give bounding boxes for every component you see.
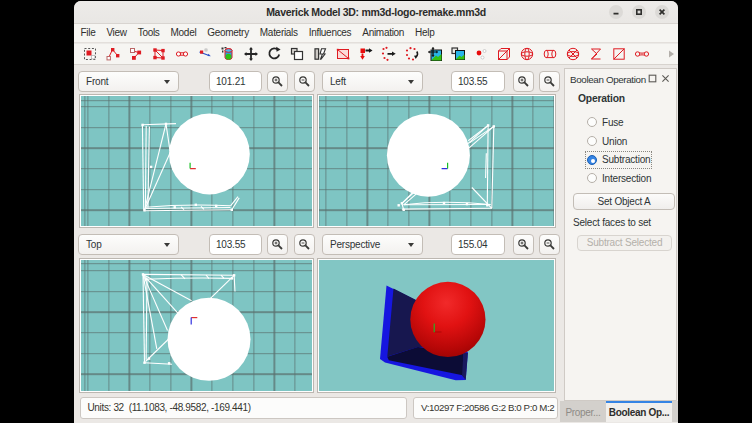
- status-model-stats: V:10297 F:20586 G:2 B:0 P:0 M:2: [413, 397, 558, 419]
- create-cylinder-icon[interactable]: [541, 46, 558, 63]
- window-title: Maverick Model 3D: mm3d-logo-remake.mm3d: [74, 1, 678, 23]
- create-plane-icon[interactable]: [610, 46, 627, 63]
- select-all-icon[interactable]: [81, 46, 98, 63]
- radio-union[interactable]: Union: [587, 134, 627, 148]
- create-cube-icon[interactable]: [495, 46, 512, 63]
- viewport-perspective-direction-select[interactable]: Perspective: [322, 234, 423, 255]
- viewport-front-direction-value: Front: [86, 76, 108, 87]
- viewport-left-canvas[interactable]: [317, 94, 556, 228]
- minimize-icon: [611, 7, 621, 17]
- create-cone-icon[interactable]: [587, 46, 604, 63]
- menubar: File View Tools Model Geometry Materials…: [74, 24, 678, 43]
- combo-arrow-icon: [164, 243, 170, 247]
- menu-animation[interactable]: Animation: [357, 24, 410, 42]
- close-button[interactable]: [655, 5, 669, 19]
- combo-arrow-icon: [408, 80, 414, 84]
- viewport-top-zoom-input[interactable]: [209, 234, 262, 255]
- viewport-front-zoom-out-button[interactable]: [294, 71, 315, 92]
- move-vertex-icon[interactable]: [357, 46, 374, 63]
- panel-close-icon[interactable]: [661, 74, 670, 83]
- viewport-top-direction-value: Top: [86, 239, 102, 250]
- extrude-tool-icon[interactable]: [380, 46, 397, 63]
- set-background-icon[interactable]: [449, 46, 466, 63]
- viewport-front-zoom-input[interactable]: [209, 71, 262, 92]
- weld-vertices-icon[interactable]: [472, 46, 489, 63]
- radio-intersection[interactable]: Intersection: [587, 171, 651, 185]
- combo-arrow-icon: [164, 80, 170, 84]
- viewport-perspective-zoom-input[interactable]: [451, 234, 505, 255]
- viewport-left-direction-value: Left: [330, 76, 346, 87]
- panel-float-icon[interactable]: [648, 74, 657, 83]
- radio-intersection-circle: [587, 173, 597, 183]
- viewport-front-zoom-in-button[interactable]: [267, 71, 288, 92]
- boolean-operation-panel: Boolean Operation Operation Fuse Union S…: [564, 68, 677, 401]
- select-groups-icon[interactable]: [150, 46, 167, 63]
- viewport-perspective-direction-value: Perspective: [330, 239, 380, 250]
- radio-subtraction[interactable]: Subtraction: [587, 153, 650, 167]
- duplicate-tool-icon[interactable]: [288, 46, 305, 63]
- minimize-button[interactable]: [609, 5, 623, 19]
- select-faces-icon[interactable]: [104, 46, 121, 63]
- radio-union-label: Union: [602, 136, 627, 147]
- zoom-in-icon: [517, 75, 530, 88]
- viewport-left-zoom-input[interactable]: [451, 71, 505, 92]
- viewport-top-direction-select[interactable]: Top: [78, 234, 179, 255]
- dock-tabbar: Proper... Boolean Op...: [560, 401, 678, 422]
- maximize-button[interactable]: [632, 5, 646, 19]
- viewport-top-zoom-in-button[interactable]: [267, 234, 288, 255]
- viewport-front-direction-select[interactable]: Front: [78, 71, 179, 92]
- menu-view[interactable]: View: [101, 24, 132, 42]
- select-faces-label: Select faces to set: [573, 217, 651, 228]
- viewport-perspective-zoom-in-button[interactable]: [513, 234, 534, 255]
- app-window: Maverick Model 3D: mm3d-logo-remake.mm3d…: [74, 1, 678, 423]
- close-icon: [657, 7, 667, 17]
- viewport-left-zoom-in-button[interactable]: [513, 71, 534, 92]
- radio-fuse[interactable]: Fuse: [587, 115, 623, 129]
- menu-help[interactable]: Help: [410, 24, 440, 42]
- viewport-left-direction-select[interactable]: Left: [322, 71, 423, 92]
- subtract-selected-button[interactable]: Subtract Selected: [577, 235, 672, 251]
- viewport-perspective-canvas[interactable]: [317, 258, 556, 393]
- toolbar-overflow-chevron-icon[interactable]: [662, 46, 678, 63]
- background-image-plane-icon[interactable]: [334, 46, 351, 63]
- create-bone-joint-icon[interactable]: [633, 46, 650, 63]
- menu-model[interactable]: Model: [165, 24, 202, 42]
- select-bone-joints-icon[interactable]: [173, 46, 190, 63]
- select-connected-icon[interactable]: [127, 46, 144, 63]
- viewport-front-canvas[interactable]: [79, 94, 314, 228]
- rotate-tool-icon[interactable]: [265, 46, 282, 63]
- perspective-gl-scene: [319, 260, 554, 391]
- operation-group-label: Operation: [578, 93, 625, 104]
- move-tool-icon[interactable]: [242, 46, 259, 63]
- zoom-in-icon: [517, 238, 530, 251]
- menu-geometry[interactable]: Geometry: [202, 24, 255, 42]
- move-background-icon[interactable]: [426, 46, 443, 63]
- menu-materials[interactable]: Materials: [254, 24, 303, 42]
- viewport-top-zoom-out-button[interactable]: [294, 234, 315, 255]
- flatten-tool-icon[interactable]: [311, 46, 328, 63]
- radio-subtraction-circle: [587, 155, 597, 165]
- tab-properties[interactable]: Proper...: [560, 401, 606, 422]
- combo-arrow-icon: [408, 243, 414, 247]
- zoom-out-icon: [543, 238, 556, 251]
- menu-tools[interactable]: Tools: [132, 24, 165, 42]
- radio-union-circle: [587, 136, 597, 146]
- toolbar: [74, 44, 678, 65]
- radio-fuse-label: Fuse: [602, 117, 623, 128]
- viewport-top-canvas[interactable]: [79, 258, 314, 393]
- menu-influences[interactable]: Influences: [303, 24, 357, 42]
- paint-texture-icon[interactable]: [219, 46, 236, 63]
- viewport-perspective-zoom-out-button[interactable]: [539, 234, 560, 255]
- select-projections-icon[interactable]: [196, 46, 213, 63]
- panel-titlebar: Boolean Operation: [565, 69, 676, 89]
- lathe-tool-icon[interactable]: [403, 46, 420, 63]
- set-object-a-button[interactable]: Set Object A: [573, 193, 675, 210]
- radio-fuse-circle: [587, 117, 597, 127]
- zoom-out-icon: [298, 238, 311, 251]
- menu-file[interactable]: File: [75, 24, 101, 42]
- tab-boolean-operation[interactable]: Boolean Op...: [606, 401, 672, 422]
- viewport-left-zoom-out-button[interactable]: [539, 71, 560, 92]
- create-torus-icon[interactable]: [564, 46, 581, 63]
- create-sphere-icon[interactable]: [518, 46, 535, 63]
- zoom-out-icon: [298, 75, 311, 88]
